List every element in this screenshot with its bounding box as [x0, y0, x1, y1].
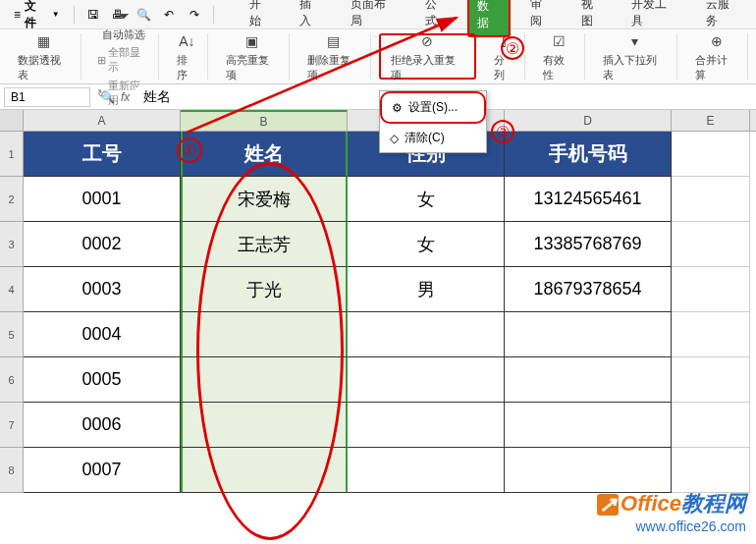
- cell-E3[interactable]: [672, 222, 750, 267]
- eraser-icon: ◇: [390, 132, 399, 145]
- split-icon: ⫿: [495, 31, 514, 51]
- col-header-D[interactable]: D: [505, 110, 672, 131]
- cell-B3[interactable]: 王志芳: [181, 222, 348, 267]
- cell-A1[interactable]: 工号: [24, 132, 181, 177]
- consolidate-button[interactable]: ⊕ 合并计算: [691, 29, 741, 84]
- fx-label[interactable]: fx: [121, 90, 130, 104]
- table-row: 50004: [0, 312, 756, 357]
- separator: [74, 6, 75, 24]
- cell-B5[interactable]: [181, 312, 348, 357]
- cell-D4[interactable]: 18679378654: [505, 267, 672, 312]
- cell-E4[interactable]: [672, 267, 750, 312]
- pivot-label: 数据透视表: [18, 53, 71, 82]
- showall-icon: ⊞: [97, 54, 106, 67]
- cell-B4[interactable]: 于光: [181, 267, 348, 312]
- pivot-button[interactable]: ▦ 数据透视表: [14, 29, 75, 84]
- cell-A8[interactable]: 0007: [24, 448, 181, 493]
- file-label: 文件: [25, 0, 48, 31]
- ribbon-group-reject: ⊘ 拒绝录入重复项: [379, 33, 476, 80]
- highlight-icon: ▣: [243, 31, 262, 51]
- ribbon-group-sort: A↓ 排序: [167, 33, 208, 80]
- pivot-icon: ▦: [34, 31, 54, 51]
- cell-A4[interactable]: 0003: [24, 267, 181, 312]
- row-header[interactable]: 1: [0, 132, 24, 177]
- row-header[interactable]: 8: [0, 448, 24, 493]
- cell-B1[interactable]: 姓名: [181, 132, 348, 177]
- col-header-B[interactable]: B: [181, 110, 348, 131]
- reject-dup-button[interactable]: ⊘ 拒绝录入重复项: [387, 29, 468, 84]
- sort-button[interactable]: A↓ 排序: [173, 29, 201, 84]
- insert-dropdown-button[interactable]: ▾ 插入下拉列表: [599, 29, 671, 84]
- dropdown-clear[interactable]: ◇ 清除(C): [380, 124, 486, 152]
- ribbon-group-dup: ▣ 高亮重复项: [216, 33, 290, 80]
- cell-A5[interactable]: 0004: [24, 312, 181, 357]
- col-header-E[interactable]: E: [672, 110, 750, 131]
- select-all-corner[interactable]: [0, 110, 24, 131]
- cell-C2[interactable]: 女: [348, 177, 505, 222]
- row-header[interactable]: 6: [0, 357, 24, 403]
- cell-D1[interactable]: 手机号码: [505, 132, 672, 177]
- consolidate-icon: ⊕: [707, 31, 727, 51]
- cell-A2[interactable]: 0001: [24, 177, 181, 222]
- row-header[interactable]: 7: [0, 403, 24, 448]
- cell-D7[interactable]: [505, 403, 672, 448]
- cell-B8[interactable]: [181, 448, 348, 493]
- cell-E6[interactable]: [672, 357, 750, 403]
- ribbon-group-pivot: ▦ 数据透视表: [8, 33, 81, 80]
- cell-B2[interactable]: 宋爱梅: [181, 177, 348, 222]
- table-row: 70006: [0, 403, 756, 448]
- table-row: 60005: [0, 357, 756, 403]
- file-menu[interactable]: ≡ 文件 ▼: [8, 0, 66, 33]
- watermark-logo-icon: ↗: [597, 494, 619, 516]
- showall-button[interactable]: ⊞全部显示: [95, 44, 152, 76]
- cell-A6[interactable]: 0005: [24, 357, 181, 403]
- spreadsheet: A B C D E 1工号姓名性别手机号码20001宋爱梅女1312456546…: [0, 110, 756, 493]
- dropdown-settings[interactable]: ⚙ 设置(S)...: [380, 91, 486, 124]
- cell-A3[interactable]: 0002: [24, 222, 181, 267]
- zoom-icon[interactable]: 🔍: [100, 90, 115, 104]
- cell-E2[interactable]: [672, 177, 750, 222]
- cell-C6[interactable]: [348, 357, 505, 403]
- cell-D3[interactable]: 13385768769: [505, 222, 672, 267]
- undo-icon[interactable]: ↶: [158, 4, 180, 26]
- highlight-dup-button[interactable]: ▣ 高亮重复项: [222, 29, 283, 84]
- sort-icon: A↓: [177, 31, 196, 51]
- cell-C5[interactable]: [348, 312, 505, 357]
- validity-button[interactable]: ☑ 有效性: [539, 29, 578, 84]
- ribbon: ▦ 数据透视表 ⏷ 自动筛选 ⊞全部显示 ↻重新应用 A↓ 排序 ▣ 高亮重复项…: [0, 29, 756, 84]
- cell-B7[interactable]: [181, 403, 348, 448]
- row-header[interactable]: 4: [0, 267, 24, 312]
- cell-C3[interactable]: 女: [348, 222, 505, 267]
- cell-E5[interactable]: [672, 312, 750, 357]
- cell-E8[interactable]: [672, 448, 750, 493]
- cell-D2[interactable]: 13124565461: [505, 177, 672, 222]
- row-header[interactable]: 5: [0, 312, 24, 357]
- table-row: 80007: [0, 448, 756, 493]
- ribbon-group-validity: ☑ 有效性: [533, 33, 585, 80]
- cell-E7[interactable]: [672, 403, 750, 448]
- autofilter-button[interactable]: ⏷ 自动筛选: [98, 4, 149, 44]
- autofilter-label: 自动筛选: [102, 27, 145, 42]
- redo-icon[interactable]: ↷: [184, 4, 205, 26]
- cell-E1[interactable]: [672, 132, 750, 177]
- cell-B6[interactable]: [181, 357, 348, 403]
- name-box[interactable]: [4, 87, 90, 107]
- ribbon-group-consolidate: ⊕ 合并计算: [685, 33, 748, 80]
- table-row: 1工号姓名性别手机号码: [0, 132, 756, 177]
- cell-C4[interactable]: 男: [348, 267, 505, 312]
- col-header-A[interactable]: A: [24, 110, 181, 131]
- sort-label: 排序: [177, 53, 197, 82]
- ribbon-group-deldup: ▤ 删除重复项: [297, 33, 371, 80]
- ribbon-group-split: ⫿ 分列: [484, 33, 525, 80]
- delete-dup-button[interactable]: ▤ 删除重复项: [303, 29, 364, 84]
- cell-D6[interactable]: [505, 357, 672, 403]
- row-header[interactable]: 2: [0, 177, 24, 222]
- cell-D8[interactable]: [505, 448, 672, 493]
- cell-D5[interactable]: [505, 312, 672, 357]
- cell-C8[interactable]: [348, 448, 505, 493]
- gear-icon: ⚙: [392, 101, 403, 115]
- cell-A7[interactable]: 0006: [24, 403, 181, 448]
- cell-C7[interactable]: [348, 403, 505, 448]
- row-header[interactable]: 3: [0, 222, 24, 267]
- split-button[interactable]: ⫿ 分列: [490, 29, 518, 84]
